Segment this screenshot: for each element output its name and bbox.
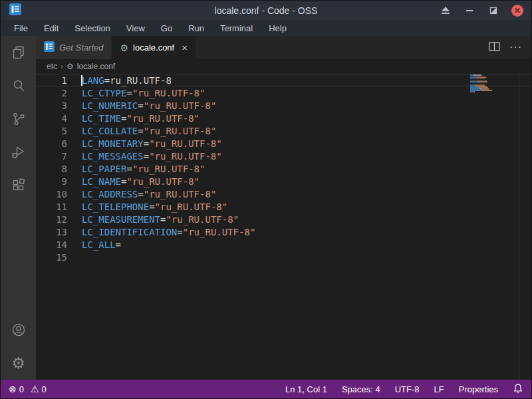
code-line-2[interactable]: 2LC_CTYPE="ru_RU.UTF-8" xyxy=(36,86,531,99)
tab-get-started[interactable]: Get Started xyxy=(36,36,112,59)
warning-count: 0 xyxy=(42,384,47,394)
line-text: LC_NAME="ru_RU.UTF-8" xyxy=(82,176,200,187)
code-line-14[interactable]: 14LC_ALL= xyxy=(36,238,531,251)
shade-button[interactable] xyxy=(440,5,452,17)
line-number: 3 xyxy=(36,100,82,111)
code-line-12[interactable]: 12LC_MEASUREMENT="ru_RU.UTF-8" xyxy=(36,213,531,225)
extensions-icon[interactable] xyxy=(1,169,36,202)
menu-item-go[interactable]: Go xyxy=(154,22,179,35)
token-key: LANG xyxy=(82,75,104,86)
code-line-11[interactable]: 11LC_TELEPHONE="ru_RU.UTF-8" xyxy=(36,200,531,213)
menu-item-help[interactable]: Help xyxy=(262,22,293,35)
line-number: 6 xyxy=(36,138,82,149)
code-line-15[interactable]: 15 xyxy=(36,251,531,263)
editor-actions: ··· xyxy=(489,36,531,59)
restore-button[interactable] xyxy=(487,5,499,17)
line-text: LC_MONETARY="ru_RU.UTF-8" xyxy=(82,138,222,149)
token-plain: = xyxy=(144,151,149,162)
menu-item-view[interactable]: View xyxy=(120,22,152,35)
problems-indicator[interactable]: ⊗ 0 ⚠ 0 xyxy=(9,384,47,394)
line-text: LANG=ru_RU.UTF-8 xyxy=(82,74,172,86)
menu-item-file[interactable]: File xyxy=(7,22,35,35)
minimap[interactable] xyxy=(470,74,495,92)
text-cursor xyxy=(81,75,82,86)
close-button[interactable]: ✕ xyxy=(511,5,523,17)
cursor-position[interactable]: Ln 1, Col 1 xyxy=(285,384,327,394)
source-control-icon[interactable] xyxy=(1,102,36,136)
notifications-bell-icon[interactable] xyxy=(513,383,523,396)
token-plain: = xyxy=(177,227,182,237)
code-oss-logo-icon xyxy=(9,3,21,18)
line-number: 9 xyxy=(36,176,82,187)
token-key: LC_MONETARY xyxy=(82,138,144,149)
status-bar: ⊗ 0 ⚠ 0 Ln 1, Col 1 Spaces: 4 UTF-8 LF P… xyxy=(1,380,531,398)
token-plain: =ru_RU.UTF-8 xyxy=(104,75,172,86)
code-line-5[interactable]: 5LC_COLLATE="ru_RU.UTF-8" xyxy=(36,124,531,137)
more-actions-icon[interactable]: ··· xyxy=(509,45,522,49)
explorer-icon[interactable] xyxy=(1,36,36,69)
line-number: 12 xyxy=(36,213,82,225)
indentation-setting[interactable]: Spaces: 4 xyxy=(342,384,380,394)
code-line-6[interactable]: 6LC_MONETARY="ru_RU.UTF-8" xyxy=(36,137,531,150)
code-line-3[interactable]: 3LC_NUMERIC="ru_RU.UTF-8" xyxy=(36,99,531,112)
token-plain: = xyxy=(126,164,132,174)
token-string: "ru_RU.UTF-8" xyxy=(149,138,222,149)
token-string: "ru_RU.UTF-8" xyxy=(126,113,200,124)
token-string: "ru_RU.UTF-8" xyxy=(183,227,256,237)
eol-setting[interactable]: LF xyxy=(434,384,444,394)
code-line-9[interactable]: 9LC_NAME="ru_RU.UTF-8" xyxy=(36,175,531,188)
token-string: "ru_RU.UTF-8" xyxy=(166,214,239,225)
line-number: 14 xyxy=(36,239,82,250)
menu-item-edit[interactable]: Edit xyxy=(37,22,65,35)
code-line-13[interactable]: 13LC_IDENTIFICATION="ru_RU.UTF-8" xyxy=(36,225,531,238)
menu-item-selection[interactable]: Selection xyxy=(68,22,116,35)
code-line-4[interactable]: 4LC_TIME="ru_RU.UTF-8" xyxy=(36,112,531,124)
restore-icon xyxy=(489,7,497,15)
close-icon: ✕ xyxy=(514,7,521,15)
window-controls: ✕ xyxy=(440,5,531,17)
line-text: LC_TELEPHONE="ru_RU.UTF-8" xyxy=(82,201,227,212)
chevron-right-icon: › xyxy=(61,62,63,71)
line-number: 15 xyxy=(36,251,82,263)
line-number: 4 xyxy=(36,112,82,124)
run-and-debug-icon[interactable] xyxy=(1,136,36,169)
token-key: LC_TIME xyxy=(82,113,121,124)
code-line-10[interactable]: 10LC_ADDRESS="ru_RU.UTF-8" xyxy=(36,188,531,200)
token-plain: = xyxy=(144,138,149,149)
line-number: 5 xyxy=(36,125,82,136)
menu-item-terminal[interactable]: Terminal xyxy=(213,22,259,35)
split-editor-icon[interactable] xyxy=(489,42,500,54)
tab-close-icon[interactable]: × xyxy=(182,42,188,53)
settings-gear-icon[interactable]: ⚙ xyxy=(1,346,36,380)
token-string: "ru_RU.UTF-8" xyxy=(149,151,222,162)
token-key: LC_MESSAGES xyxy=(82,151,144,162)
gear-icon: ⚙ xyxy=(120,43,128,53)
search-icon[interactable] xyxy=(1,69,36,102)
accounts-icon[interactable] xyxy=(1,313,36,346)
line-number: 10 xyxy=(36,188,82,200)
vscode-window: locale.conf - Code - OSS ✕ FileEditSelec… xyxy=(0,0,532,399)
line-number: 7 xyxy=(36,150,82,162)
error-icon: ⊗ xyxy=(9,384,17,394)
tab-locale-conf[interactable]: ⚙ locale.conf × xyxy=(112,36,195,59)
line-text: LC_COLLATE="ru_RU.UTF-8" xyxy=(82,125,216,136)
language-mode[interactable]: Properties xyxy=(459,384,498,394)
code-line-8[interactable]: 8LC_PAPER="ru_RU.UTF-8" xyxy=(36,162,531,175)
code-line-7[interactable]: 7LC_MESSAGES="ru_RU.UTF-8" xyxy=(36,150,531,162)
line-number: 2 xyxy=(36,87,82,98)
line-number: 11 xyxy=(36,201,82,212)
minimize-button[interactable] xyxy=(464,5,475,17)
encoding-setting[interactable]: UTF-8 xyxy=(395,384,420,394)
tab-label: locale.conf xyxy=(133,43,174,53)
token-key: LC_PAPER xyxy=(82,164,126,174)
code-editor[interactable]: 1LANG=ru_RU.UTF-82LC_CTYPE="ru_RU.UTF-8"… xyxy=(36,74,531,380)
menu-item-run[interactable]: Run xyxy=(182,22,211,35)
breadcrumb-file[interactable]: locale.conf xyxy=(77,62,115,71)
breadcrumb-folder[interactable]: etc xyxy=(47,62,57,71)
line-number: 1 xyxy=(36,74,82,86)
line-text: LC_ALL= xyxy=(82,239,121,250)
code-line-1[interactable]: 1LANG=ru_RU.UTF-8 xyxy=(36,74,531,86)
shade-icon xyxy=(442,7,450,11)
line-text: LC_ADDRESS="ru_RU.UTF-8" xyxy=(82,188,216,200)
token-string: "ru_RU.UTF-8" xyxy=(144,126,217,136)
